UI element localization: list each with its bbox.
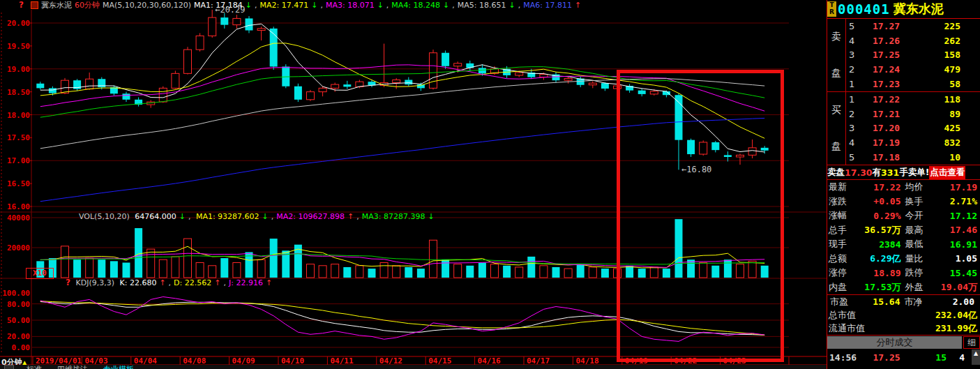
sell-order-alert[interactable]: 卖盘17.30有331手卖单!点击查看 bbox=[827, 165, 980, 180]
alarm-icon[interactable] bbox=[31, 1, 38, 9]
stat-最低: 最低16.91 bbox=[904, 237, 980, 252]
stat-均价: 均价17.19 bbox=[904, 180, 980, 195]
stat-市盈: 市盈15.64 bbox=[829, 295, 903, 308]
down-arrow-icon: ↓ bbox=[246, 1, 252, 10]
order-level-row[interactable]: 517.27225 bbox=[846, 19, 980, 33]
help-icon[interactable]: ? bbox=[19, 1, 24, 10]
tr-icon[interactable]: TR bbox=[827, 1, 836, 17]
svg-text:20.00: 20.00 bbox=[7, 19, 30, 28]
svg-text:50.00: 50.00 bbox=[7, 316, 30, 325]
vol-indicator-label: VOL(5,10,20) bbox=[79, 212, 130, 221]
svg-text:80.00: 80.00 bbox=[7, 300, 30, 309]
vol-arrow: ↓ bbox=[179, 212, 186, 221]
panel-tab-bar: 分时成交 细 bbox=[827, 335, 980, 349]
stat-量比: 量比1.05 bbox=[904, 252, 980, 266]
up-arrow-icon: ↑ bbox=[159, 278, 165, 287]
quote-panel: TR 000401 冀东水泥 卖盘 517.27225417.26262317.… bbox=[827, 0, 980, 369]
template-tab[interactable]: 四维战法 bbox=[57, 365, 88, 369]
indicator-reading: D: 22.562 bbox=[174, 278, 211, 287]
stat-内盘: 内盘17.53万 bbox=[827, 280, 904, 295]
svg-text:19.00: 19.00 bbox=[7, 65, 30, 74]
indicator-reading: MA1: 93287.602 bbox=[196, 212, 259, 221]
template-tabs: 标准四维战法专业模板 bbox=[27, 364, 149, 369]
tick-volume: 15 bbox=[912, 352, 947, 363]
order-level-row[interactable]: 317.20425 bbox=[846, 121, 980, 136]
volume-multiplier-badge: X10 bbox=[26, 268, 54, 279]
svg-text:40000: 40000 bbox=[7, 213, 30, 223]
strip-icon-box[interactable] bbox=[4, 365, 14, 369]
stat-总额: 总额6.29亿 bbox=[827, 252, 904, 266]
kdj-help-icon[interactable]: ? bbox=[66, 278, 70, 287]
indicator-reading: MA6: 17.811 bbox=[523, 1, 572, 10]
tick-time: 14:56 bbox=[827, 352, 861, 363]
down-arrow-icon: ↓ bbox=[509, 1, 515, 10]
indicator-reading: MA2: 17.471 bbox=[259, 1, 308, 10]
down-arrow-icon: ↓ bbox=[377, 1, 384, 10]
stock-name[interactable]: 冀东水泥 bbox=[894, 1, 944, 17]
stat-换手: 换手2.71% bbox=[904, 195, 980, 209]
stat-总手: 总手36.57万 bbox=[827, 223, 904, 238]
indicator-reading: MA3: 87287.398 bbox=[362, 212, 425, 221]
quote-stats-grid: 最新17.22均价17.19涨跌+0.05换手2.71%涨幅0.29%今开17.… bbox=[827, 180, 980, 294]
stat-外盘: 外盘19.04万 bbox=[904, 280, 980, 295]
tab-intraday-trades[interactable]: 分时成交 bbox=[827, 336, 962, 349]
svg-text:0.00: 0.00 bbox=[12, 343, 31, 352]
ma-readings: MA1: 17.184↓,MA2: 17.471↓,MA3: 18.071↓,M… bbox=[194, 1, 584, 10]
stock-code[interactable]: 000401 bbox=[838, 1, 890, 17]
svg-text:18.50: 18.50 bbox=[7, 88, 30, 97]
stat-涨跌: 涨跌+0.05 bbox=[827, 195, 904, 209]
stat-现手: 现手2384 bbox=[827, 237, 904, 252]
indicator-reading: J: 22.916 bbox=[229, 278, 263, 287]
stat-流通市值: 流通市值231.99亿 bbox=[827, 322, 980, 335]
stat-市净: 市净2.00 bbox=[903, 295, 978, 308]
order-level-row[interactable]: 317.25158 bbox=[846, 48, 980, 63]
down-arrow-icon: ↓ bbox=[428, 212, 434, 221]
stat-今开: 今开17.12 bbox=[904, 209, 980, 223]
up-arrow-icon: ↑ bbox=[347, 212, 354, 221]
valuation-rows: 市盈15.64市净2.00总市值232.04亿流通市值231.99亿 bbox=[827, 294, 980, 335]
buy-side-label: 买盘 bbox=[827, 92, 845, 165]
vol-ma-readings: MA1: 93287.602↓,MA2: 109627.898↑,MA3: 87… bbox=[196, 212, 437, 221]
up-arrow-icon: ↑ bbox=[214, 278, 220, 287]
scroll-up-button[interactable]: ▲ bbox=[972, 349, 980, 365]
up-arrow-icon: ↑ bbox=[266, 278, 272, 287]
order-level-row[interactable]: 417.26262 bbox=[846, 33, 980, 48]
kdj-readings: K: 22.680↑,D: 22.562↑,J: 22.916↑ bbox=[119, 278, 275, 287]
svg-text:18.00: 18.00 bbox=[7, 111, 30, 120]
order-level-row[interactable]: 217.2189 bbox=[846, 107, 980, 121]
indicator-reading: MA2: 109627.898 bbox=[276, 212, 345, 221]
svg-text:20.00: 20.00 bbox=[7, 332, 30, 341]
order-level-row[interactable]: 117.22118 bbox=[846, 92, 980, 107]
template-tab[interactable]: 标准 bbox=[27, 365, 42, 369]
order-level-row[interactable]: 417.19832 bbox=[846, 135, 980, 150]
period-label[interactable]: 60分钟 bbox=[75, 1, 100, 10]
svg-text:20000: 20000 bbox=[7, 243, 30, 253]
stat-涨幅: 涨幅0.29% bbox=[827, 209, 904, 223]
highlight-annotation-box[interactable] bbox=[617, 70, 784, 362]
click-to-view-button[interactable]: 点击查看 bbox=[929, 166, 965, 179]
stock-title: 冀东水泥 bbox=[41, 1, 72, 10]
svg-text:17.00: 17.00 bbox=[7, 156, 30, 165]
up-arrow-icon: ↑ bbox=[575, 1, 581, 10]
svg-text:16.00: 16.00 bbox=[7, 202, 30, 211]
order-level-row[interactable]: 217.24479 bbox=[846, 62, 980, 77]
svg-text:19.50: 19.50 bbox=[7, 42, 30, 51]
indicator-reading: MA3: 18.071 bbox=[326, 1, 375, 10]
indicator-reading: MA5: 18.651 bbox=[458, 1, 506, 10]
quote-title-row: TR 000401 冀东水泥 bbox=[827, 0, 980, 19]
indicator-reading: K: 22.680 bbox=[119, 278, 156, 287]
trade-tick-row: 14:56 17.25 15 4 ▲ bbox=[827, 349, 980, 365]
down-arrow-icon: ↓ bbox=[443, 1, 449, 10]
template-tab[interactable]: 专业模板 bbox=[103, 365, 134, 369]
bottom-template-strip: 标准四维战法专业模板 bbox=[0, 365, 831, 369]
order-level-row[interactable]: 117.2358 bbox=[846, 77, 980, 91]
down-arrow-icon: ↓ bbox=[262, 212, 269, 221]
order-level-row[interactable]: 517.1810 bbox=[846, 150, 980, 165]
kdj-indicator-label: KDJ(9,3,3) bbox=[75, 278, 114, 287]
tick-price: 17.25 bbox=[861, 352, 912, 363]
trading-app-window: 20.0019.5019.0018.5018.0017.5017.0016.50… bbox=[0, 0, 980, 369]
tab-detail[interactable]: 细 bbox=[963, 336, 980, 349]
kdj-header: ? KDJ(9,3,3) K: 22.680↑,D: 22.562↑,J: 22… bbox=[66, 278, 278, 287]
indicator-reading: MA4: 18.248 bbox=[391, 1, 440, 10]
sell-levels-block: 卖盘 517.27225417.26262317.25158217.244791… bbox=[827, 19, 980, 92]
